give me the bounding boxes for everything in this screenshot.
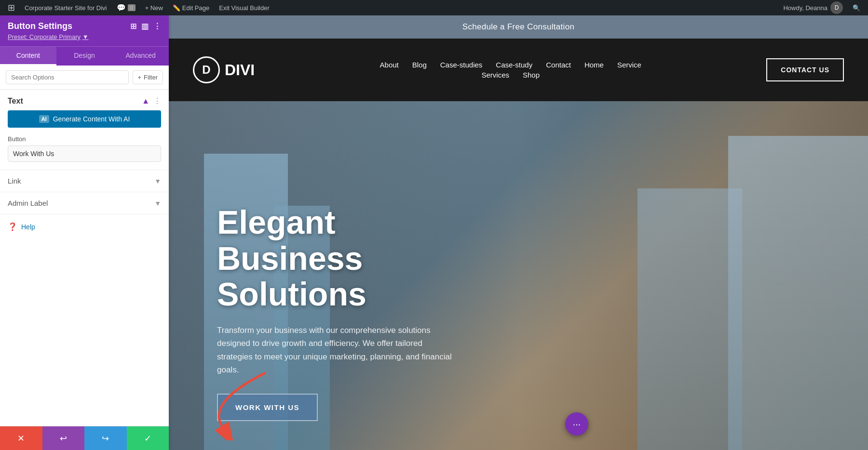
panel-preset-arrow: ▼ xyxy=(82,33,89,40)
site-name-text: Corporate Starter Site for Divi xyxy=(25,4,107,12)
logo-circle: D xyxy=(193,56,220,83)
user-avatar: D xyxy=(830,1,843,14)
exit-vb-item[interactable]: Exit Visual Builder xyxy=(215,0,273,15)
tab-content[interactable]: Content xyxy=(0,47,56,66)
panel-icon-more[interactable]: ⋮ xyxy=(153,22,161,31)
nav-contact[interactable]: Contact xyxy=(546,61,571,69)
nav-row-1: About Blog Case-studies Case-study Conta… xyxy=(380,61,641,69)
help-section[interactable]: ❓ Help xyxy=(0,214,169,239)
nav-about[interactable]: About xyxy=(380,61,399,69)
main-layout: Button Settings ⊞ ▥ ⋮ Preset: Corporate … xyxy=(0,15,868,450)
nav-blog[interactable]: Blog xyxy=(412,61,427,69)
site-logo: D DIVI xyxy=(193,56,255,83)
search-icon: 🔍 xyxy=(853,4,860,12)
filter-button[interactable]: + Filter xyxy=(133,70,163,84)
admin-label-text: Admin Label xyxy=(8,199,48,207)
logo-name: DIVI xyxy=(225,61,255,79)
nav-services[interactable]: Services xyxy=(481,71,509,79)
link-section-label: Link xyxy=(8,177,21,185)
filter-plus-icon: + xyxy=(138,74,142,81)
site-preview: Schedule a Free Consultation D DIVI Abou… xyxy=(169,15,868,450)
schedule-bar-text: Schedule a Free Consultation xyxy=(462,22,574,31)
contact-us-button[interactable]: CONTACT US xyxy=(766,58,844,81)
close-button[interactable]: ✕ xyxy=(0,426,42,450)
panel-title-text: Button Settings xyxy=(8,21,72,31)
button-field-group: Button xyxy=(0,135,169,170)
comments-item[interactable]: 💬 0 xyxy=(113,0,139,15)
hero-section: Elegant Business Solutions Transform you… xyxy=(169,101,868,450)
panel-header: Button Settings ⊞ ▥ ⋮ Preset: Corporate … xyxy=(0,15,169,46)
tab-design[interactable]: Design xyxy=(56,47,113,66)
save-button[interactable]: ✓ xyxy=(127,426,169,450)
chevron-up-icon: ▲ xyxy=(142,97,149,106)
button-text-input[interactable] xyxy=(8,146,161,162)
building-far-right xyxy=(637,188,743,450)
panel-preset[interactable]: Preset: Corporate Primary ▼ xyxy=(8,33,161,40)
building-right xyxy=(728,136,868,450)
edit-page-label: Edit Page xyxy=(182,4,209,12)
panel-content: + Filter Text ▲ ⋮ AI Generate Content Wi… xyxy=(0,66,169,426)
admin-bar: ⊞ Corporate Starter Site for Divi 💬 0 + … xyxy=(0,0,868,15)
tab-design-label: Design xyxy=(74,52,95,59)
site-header: D DIVI About Blog Case-studies Case-stud… xyxy=(169,39,868,101)
undo-button[interactable]: ↩ xyxy=(42,426,85,450)
ai-generate-button[interactable]: AI Generate Content With AI xyxy=(8,110,161,128)
nav-case-studies[interactable]: Case-studies xyxy=(440,61,483,69)
admin-label-header[interactable]: Admin Label ▼ xyxy=(8,192,161,214)
ai-generate-label: Generate Content With AI xyxy=(53,115,130,123)
ai-icon-badge: AI xyxy=(39,115,49,123)
panel-tabs: Content Design Advanced xyxy=(0,46,169,66)
panel-preset-text: Preset: Corporate Primary xyxy=(8,33,81,40)
hero-content: Elegant Business Solutions Transform you… xyxy=(169,185,506,450)
panel-icon-layout[interactable]: ▥ xyxy=(141,22,149,31)
schedule-bar: Schedule a Free Consultation xyxy=(169,15,868,39)
panel-bottom-bar: ✕ ↩ ↪ ✓ xyxy=(0,426,169,450)
panel-search-area: + Filter xyxy=(0,66,169,90)
hero-btn-label: WORK WITH US xyxy=(235,403,299,411)
panel-icon-responsive[interactable]: ⊞ xyxy=(130,22,136,31)
tab-advanced[interactable]: Advanced xyxy=(112,47,169,66)
floating-menu-icon: ··· xyxy=(573,419,581,430)
link-chevron-icon: ▼ xyxy=(154,177,161,185)
link-section-header[interactable]: Link ▼ xyxy=(8,170,161,192)
nav-service[interactable]: Service xyxy=(617,61,641,69)
admin-label-chevron-icon: ▼ xyxy=(154,199,161,207)
text-section-title: Text xyxy=(8,97,23,106)
howdy-label: Howdy, Deanna xyxy=(783,4,827,12)
new-content-item[interactable]: + New xyxy=(141,0,167,15)
redo-button[interactable]: ↪ xyxy=(84,426,127,450)
user-menu[interactable]: Howdy, Deanna D xyxy=(779,0,847,15)
admin-search-button[interactable]: 🔍 xyxy=(849,0,864,15)
wp-logo-icon: ⊞ xyxy=(8,2,15,13)
link-section: Link ▼ xyxy=(0,170,169,192)
admin-label-section: Admin Label ▼ xyxy=(0,192,169,214)
nav-shop[interactable]: Shop xyxy=(523,71,540,79)
tab-advanced-label: Advanced xyxy=(126,52,156,59)
comment-icon: 💬 xyxy=(117,3,126,12)
redo-icon: ↪ xyxy=(102,433,109,444)
text-section-actions: ▲ ⋮ xyxy=(142,96,161,106)
nav-case-study[interactable]: Case-study xyxy=(496,61,532,69)
panel-title-row: Button Settings ⊞ ▥ ⋮ xyxy=(8,21,161,31)
site-name-item[interactable]: Corporate Starter Site for Divi xyxy=(21,0,111,15)
hero-title: Elegant Business Solutions xyxy=(217,204,458,312)
button-field-label: Button xyxy=(8,135,161,143)
floating-menu-button[interactable]: ··· xyxy=(565,412,588,436)
logo-letter: D xyxy=(202,63,210,77)
new-content-label: + New xyxy=(145,4,163,12)
tab-content-label: Content xyxy=(16,52,40,59)
panel-title-icons: ⊞ ▥ ⋮ xyxy=(130,22,161,31)
hero-subtitle: Transform your business with our compreh… xyxy=(217,324,458,376)
wp-logo-item[interactable]: ⊞ xyxy=(4,0,19,15)
exit-vb-label: Exit Visual Builder xyxy=(219,4,270,12)
filter-label: Filter xyxy=(144,74,158,81)
undo-icon: ↩ xyxy=(60,433,67,444)
nav-home[interactable]: Home xyxy=(584,61,604,69)
search-options-input[interactable] xyxy=(6,70,129,84)
help-label: Help xyxy=(21,223,35,231)
text-section-header[interactable]: Text ▲ ⋮ xyxy=(0,90,169,110)
edit-page-item[interactable]: ✏️ Edit Page xyxy=(169,0,213,15)
help-icon: ❓ xyxy=(8,222,17,231)
site-nav: About Blog Case-studies Case-study Conta… xyxy=(380,61,641,79)
hero-work-with-us-button[interactable]: WORK WITH US xyxy=(217,394,318,421)
